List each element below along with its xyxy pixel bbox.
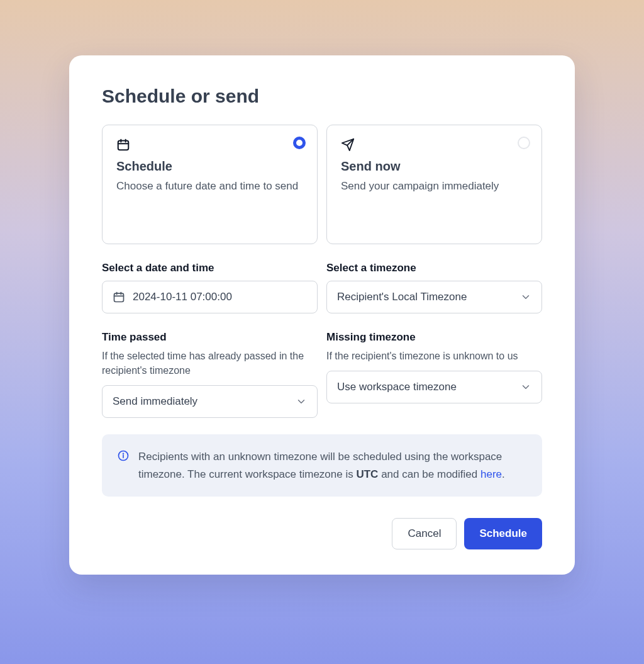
timezone-select[interactable]: Recipient's Local Timezone (326, 281, 542, 313)
info-icon (117, 449, 130, 482)
datetime-field: Select a date and time 2024-10-11 07:00:… (102, 262, 318, 313)
timezone-field: Select a timezone Recipient's Local Time… (326, 262, 542, 313)
modal-actions: Cancel Schedule (102, 518, 542, 549)
svg-rect-1 (114, 293, 124, 301)
chevron-down-icon (520, 381, 531, 393)
timezone-info-banner: Recipients with an unknown timezone will… (102, 434, 542, 496)
missing-timezone-value: Use workspace timezone (337, 381, 520, 393)
calendar-icon (113, 291, 125, 303)
missing-timezone-label: Missing timezone (326, 331, 542, 344)
missing-timezone-select[interactable]: Use workspace timezone (326, 371, 542, 403)
svg-rect-0 (118, 141, 129, 150)
schedule-button[interactable]: Schedule (464, 518, 542, 549)
schedule-radio[interactable] (293, 137, 306, 149)
modal-title: Schedule or send (102, 86, 542, 107)
datetime-value: 2024-10-11 07:00:00 (133, 291, 307, 303)
time-passed-help: If the selected time has already passed … (102, 349, 318, 378)
time-passed-field: Time passed If the selected time has alr… (102, 331, 318, 418)
schedule-option-desc: Choose a future date and time to send (116, 179, 303, 194)
info-suffix: . (502, 468, 505, 480)
timezone-label: Select a timezone (326, 262, 542, 274)
calendar-icon (116, 138, 303, 154)
datetime-select[interactable]: 2024-10-11 07:00:00 (102, 281, 318, 313)
chevron-down-icon (520, 291, 531, 303)
send-now-radio[interactable] (518, 137, 530, 149)
send-now-option-card[interactable]: Send now Send your campaign immediately (326, 125, 542, 244)
missing-timezone-field: Missing timezone If the recipient's time… (326, 331, 542, 418)
time-passed-label: Time passed (102, 331, 318, 344)
info-middle: and can be modified (378, 468, 480, 480)
schedule-option-title: Schedule (116, 159, 303, 174)
send-now-option-title: Send now (341, 159, 528, 174)
info-link[interactable]: here (480, 468, 502, 480)
cancel-button[interactable]: Cancel (392, 518, 457, 549)
send-icon (341, 138, 528, 154)
datetime-label: Select a date and time (102, 262, 318, 274)
time-passed-select[interactable]: Send immediately (102, 385, 318, 418)
timezone-value: Recipient's Local Timezone (337, 291, 520, 303)
schedule-option-card[interactable]: Schedule Choose a future date and time t… (102, 125, 318, 244)
chevron-down-icon (296, 396, 307, 407)
info-tz: UTC (356, 468, 378, 480)
svg-point-4 (123, 454, 124, 454)
info-text: Recipients with an unknown timezone will… (138, 448, 527, 482)
send-mode-options: Schedule Choose a future date and time t… (102, 125, 542, 244)
missing-timezone-help: If the recipient's timezone is unknown t… (326, 349, 542, 363)
schedule-modal: Schedule or send Schedule Choose a futur… (69, 55, 575, 575)
time-passed-value: Send immediately (113, 395, 296, 408)
send-now-option-desc: Send your campaign immediately (341, 179, 528, 194)
